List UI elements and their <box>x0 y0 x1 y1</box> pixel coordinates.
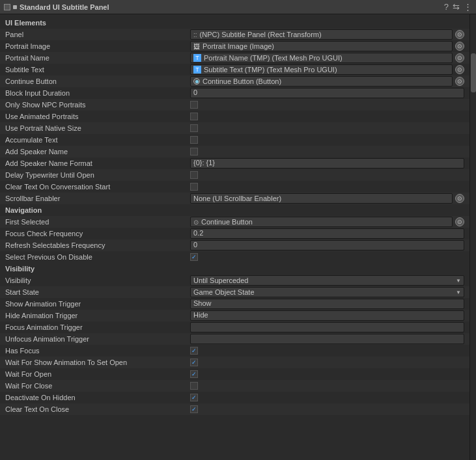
row-delay-typewriter: Delay Typewriter Until Open <box>0 169 469 181</box>
portrait-name-select-btn[interactable]: ⊙ <box>455 53 464 62</box>
layout-icon[interactable]: ⇆ <box>453 2 460 12</box>
subtitle-text-objref[interactable]: T Subtitle Text (TMP) (Text Mesh Pro UGU… <box>190 64 453 75</box>
value-focus-animation-trigger[interactable] <box>190 322 464 332</box>
subtitle-text-select-btn[interactable]: ⊙ <box>455 65 464 74</box>
value-continue-button[interactable]: Continue Button (Button) ⊙ <box>190 76 464 87</box>
panel-select-btn[interactable]: ⊙ <box>455 30 464 39</box>
value-subtitle-text[interactable]: T Subtitle Text (TMP) (Text Mesh Pro UGU… <box>190 64 464 75</box>
value-start-state[interactable]: Game Object State ▼ <box>190 287 464 297</box>
delay-typewriter-checkbox[interactable] <box>190 171 198 179</box>
row-focus-animation-trigger: Focus Animation Trigger <box>0 321 469 333</box>
value-accumulate-text[interactable] <box>190 136 464 144</box>
select-prev-on-disable-checkbox[interactable]: ✓ <box>190 253 198 261</box>
continue-button-objref[interactable]: Continue Button (Button) <box>190 76 453 87</box>
label-use-animated-portraits: Use Animated Portraits <box>5 113 188 120</box>
value-scrollbar-enabler[interactable]: None (UI Scrollbar Enabler) ⊙ <box>190 193 464 204</box>
value-portrait-image[interactable]: 🖼 Portrait Image (Image) ⊙ <box>190 41 464 51</box>
label-refresh-selectables: Refresh Selectables Frequency <box>5 241 188 249</box>
start-state-dropdown-text: Game Object State <box>193 288 456 296</box>
row-clear-text-on-close: Clear Text On Close ✓ <box>0 403 469 415</box>
row-block-input-duration: Block Input Duration 0 <box>0 87 469 99</box>
value-select-prev-on-disable[interactable]: ✓ <box>190 253 464 261</box>
start-state-dropdown-arrow: ▼ <box>456 290 461 295</box>
show-animation-trigger-input[interactable]: Show <box>190 299 464 309</box>
continue-button-select-btn[interactable]: ⊙ <box>455 77 464 86</box>
portrait-image-text: Portrait Image (Image) <box>203 42 449 50</box>
wait-for-show-anim-checkbox[interactable]: ✓ <box>190 359 198 366</box>
panel-objref[interactable]: :: (NPC) Subtitle Panel (Rect Transform) <box>190 29 453 40</box>
label-scrollbar-enabler: Scrollbar Enabler <box>5 195 188 202</box>
value-deactivate-on-hidden[interactable]: ✓ <box>190 394 464 401</box>
focus-animation-trigger-input[interactable] <box>190 322 464 332</box>
value-clear-text-conv-start[interactable] <box>190 183 464 191</box>
value-use-animated-portraits[interactable] <box>190 113 464 120</box>
deactivate-on-hidden-checkbox[interactable]: ✓ <box>190 394 198 401</box>
scrollbar-enabler-select-btn[interactable]: ⊙ <box>455 194 464 203</box>
portrait-name-objref[interactable]: T Portrait Name (TMP) (Text Mesh Pro UGU… <box>190 53 453 63</box>
focus-check-frequency-input[interactable]: 0.2 <box>190 228 464 239</box>
help-icon[interactable]: ? <box>444 2 449 12</box>
label-first-selected: First Selected <box>5 218 188 226</box>
label-start-state: Start State <box>5 288 188 296</box>
start-state-dropdown[interactable]: Game Object State ▼ <box>190 287 464 297</box>
has-focus-checkbox[interactable]: ✓ <box>190 347 198 355</box>
value-unfocus-animation-trigger[interactable] <box>190 334 464 344</box>
panel-title: Standard UI Subtitle Panel <box>20 3 441 11</box>
value-wait-for-open[interactable]: ✓ <box>190 370 464 378</box>
scrollbar[interactable] <box>469 14 476 460</box>
value-delay-typewriter[interactable] <box>190 171 464 179</box>
first-selected-select-btn[interactable]: ⊙ <box>455 217 464 226</box>
value-only-show-npc[interactable] <box>190 101 464 109</box>
visibility-dropdown[interactable]: Until Superceded ▼ <box>190 275 464 286</box>
portrait-image-select-btn[interactable]: ⊙ <box>455 42 464 51</box>
add-speaker-name-checkbox[interactable] <box>190 148 198 156</box>
use-animated-portraits-checkbox[interactable] <box>190 113 198 120</box>
continue-button-text: Continue Button (Button) <box>203 77 449 85</box>
only-show-npc-checkbox[interactable] <box>190 101 198 109</box>
row-select-prev-on-disable: Select Previous On Disable ✓ <box>0 251 469 263</box>
value-block-input-duration[interactable]: 0 <box>190 88 464 98</box>
value-hide-animation-trigger[interactable]: Hide <box>190 310 464 321</box>
value-use-portrait-native-size[interactable] <box>190 124 464 132</box>
image-icon: 🖼 <box>193 43 200 50</box>
title-bar-actions: ? ⇆ ⋮ <box>444 2 472 12</box>
value-first-selected[interactable]: ⊙ Continue Button ⊙ <box>190 217 464 227</box>
value-wait-for-show-anim[interactable]: ✓ <box>190 359 464 366</box>
clear-text-on-close-checkbox[interactable]: ✓ <box>190 405 198 413</box>
value-has-focus[interactable]: ✓ <box>190 347 464 355</box>
tmp-icon-name: T <box>193 54 201 62</box>
main-content: UI Elements Panel :: (NPC) Subtitle Pane… <box>0 14 476 460</box>
section-visibility: Visibility <box>0 263 469 275</box>
value-focus-check-frequency[interactable]: 0.2 <box>190 228 464 239</box>
more-icon[interactable]: ⋮ <box>464 2 472 12</box>
portrait-image-objref[interactable]: 🖼 Portrait Image (Image) <box>190 41 453 51</box>
value-clear-text-on-close[interactable]: ✓ <box>190 405 464 413</box>
use-portrait-native-size-checkbox[interactable] <box>190 124 198 132</box>
scrollbar-enabler-objref[interactable]: None (UI Scrollbar Enabler) <box>190 193 453 204</box>
value-wait-for-close[interactable] <box>190 382 464 390</box>
block-input-duration-input[interactable]: 0 <box>190 88 464 98</box>
value-visibility[interactable]: Until Superceded ▼ <box>190 275 464 286</box>
label-subtitle-text: Subtitle Text <box>5 66 188 74</box>
value-portrait-name[interactable]: T Portrait Name (TMP) (Text Mesh Pro UGU… <box>190 53 464 63</box>
wait-for-open-checkbox[interactable]: ✓ <box>190 370 198 378</box>
refresh-selectables-input[interactable]: 0 <box>190 240 464 250</box>
hide-animation-trigger-input[interactable]: Hide <box>190 310 464 321</box>
value-show-animation-trigger[interactable]: Show <box>190 299 464 309</box>
label-wait-for-show-anim: Wait For Show Animation To Set Open <box>5 359 188 366</box>
panel-icon: :: <box>193 31 197 38</box>
value-refresh-selectables[interactable]: 0 <box>190 240 464 250</box>
add-speaker-name-format-input[interactable]: {0}: {1} <box>190 158 464 169</box>
unfocus-animation-trigger-input[interactable] <box>190 334 464 344</box>
value-add-speaker-name[interactable] <box>190 148 464 156</box>
wait-for-close-checkbox[interactable] <box>190 382 198 390</box>
accumulate-text-checkbox[interactable] <box>190 136 198 144</box>
row-accumulate-text: Accumulate Text <box>0 134 469 146</box>
value-add-speaker-name-format[interactable]: {0}: {1} <box>190 158 464 169</box>
label-clear-text-conv-start: Clear Text On Conversation Start <box>5 183 188 191</box>
clear-text-conv-start-checkbox[interactable] <box>190 183 198 191</box>
label-show-animation-trigger: Show Animation Trigger <box>5 300 188 308</box>
visibility-dropdown-text: Until Superceded <box>193 277 456 284</box>
value-panel[interactable]: :: (NPC) Subtitle Panel (Rect Transform)… <box>190 29 464 40</box>
first-selected-objref[interactable]: ⊙ Continue Button <box>190 217 453 227</box>
